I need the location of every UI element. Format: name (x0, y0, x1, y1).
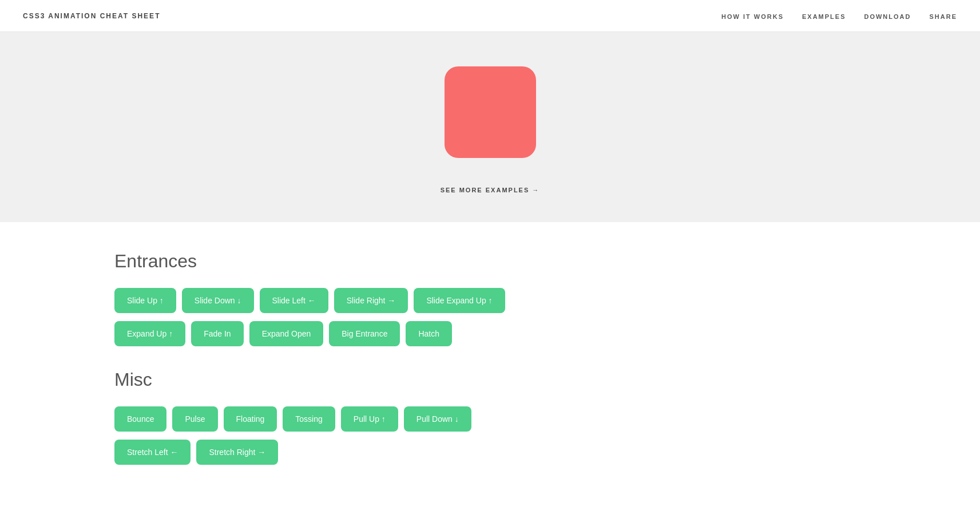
btn-pull-down[interactable]: Pull Down ↓ (404, 406, 471, 432)
btn-slide-right[interactable]: Slide Right → (334, 288, 408, 313)
misc-title: Misc (114, 369, 957, 390)
btn-tossing[interactable]: Tossing (283, 406, 335, 432)
nav-item-examples[interactable]: EXAMPLES (802, 11, 846, 21)
btn-hatch[interactable]: Hatch (406, 321, 452, 346)
btn-bounce[interactable]: Bounce (114, 406, 166, 432)
btn-slide-down[interactable]: Slide Down ↓ (182, 288, 254, 313)
nav-logo: CSS3 ANIMATION CHEAT SHEET (23, 12, 160, 20)
nav-item-how-it-works[interactable]: HOW IT WORKS (721, 11, 784, 21)
misc-row-2: Stretch Left ← Stretch Right → (114, 440, 957, 465)
hero-section: SEE MORE EXAMPLES → (0, 32, 980, 222)
demo-box (445, 66, 536, 158)
entrances-row-2: Expand Up ↑ Fade In Expand Open Big Entr… (114, 321, 957, 346)
nav-link-examples[interactable]: EXAMPLES (802, 13, 846, 20)
btn-big-entrance[interactable]: Big Entrance (329, 321, 400, 346)
main-content: Entrances Slide Up ↑ Slide Down ↓ Slide … (0, 222, 980, 507)
nav-link-how-it-works[interactable]: HOW IT WORKS (721, 13, 784, 20)
nav-item-download[interactable]: DOWNLOAD (864, 11, 911, 21)
btn-fade-in[interactable]: Fade In (191, 321, 243, 346)
btn-expand-up[interactable]: Expand Up ↑ (114, 321, 185, 346)
btn-stretch-left[interactable]: Stretch Left ← (114, 440, 191, 465)
btn-floating[interactable]: Floating (224, 406, 277, 432)
see-more-link[interactable]: SEE MORE EXAMPLES → (441, 187, 540, 193)
btn-slide-expand-up[interactable]: Slide Expand Up ↑ (414, 288, 505, 313)
btn-stretch-right[interactable]: Stretch Right → (196, 440, 278, 465)
misc-section: Misc Bounce Pulse Floating Tossing Pull … (114, 369, 957, 465)
nav-links: HOW IT WORKS EXAMPLES DOWNLOAD SHARE (721, 11, 957, 21)
entrances-row-1: Slide Up ↑ Slide Down ↓ Slide Left ← Sli… (114, 288, 957, 313)
btn-expand-open[interactable]: Expand Open (249, 321, 324, 346)
nav-item-share[interactable]: SHARE (929, 11, 957, 21)
btn-pull-up[interactable]: Pull Up ↑ (341, 406, 398, 432)
btn-slide-left[interactable]: Slide Left ← (260, 288, 328, 313)
btn-slide-up[interactable]: Slide Up ↑ (114, 288, 176, 313)
nav-link-share[interactable]: SHARE (929, 13, 957, 20)
nav-link-download[interactable]: DOWNLOAD (864, 13, 911, 20)
entrances-title: Entrances (114, 251, 957, 272)
misc-row-1: Bounce Pulse Floating Tossing Pull Up ↑ … (114, 406, 957, 432)
navbar: CSS3 ANIMATION CHEAT SHEET HOW IT WORKS … (0, 0, 980, 32)
btn-pulse[interactable]: Pulse (172, 406, 217, 432)
